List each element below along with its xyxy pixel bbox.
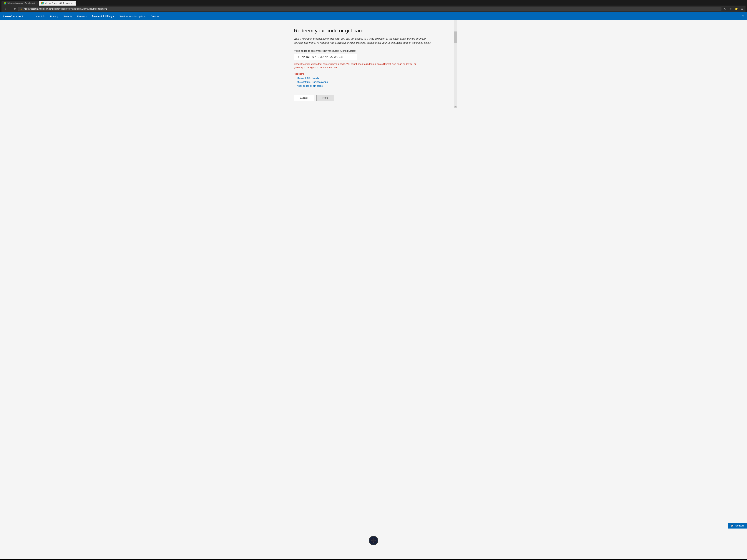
toolbar-actions: Aᵢ ☆ ⭐ ▭: [723, 6, 744, 11]
browser-tab-1[interactable]: Microsoft account | Services & ✕: [1, 1, 38, 5]
tab-favicon-1: [4, 2, 6, 4]
sidebar-button[interactable]: ▭: [739, 6, 744, 11]
tab-1-label: Microsoft account | Services &: [7, 2, 35, 4]
nav-security[interactable]: Security: [60, 12, 75, 20]
read-aloud-button[interactable]: Aᵢ: [723, 6, 727, 11]
collections-button[interactable]: ⭐: [733, 6, 739, 11]
forward-button[interactable]: ›: [8, 7, 12, 11]
redeem-link-m365-business[interactable]: Microsoft 365 Business Apps: [297, 81, 449, 83]
code-input[interactable]: [294, 54, 357, 60]
content-area: Redeem your code or gift card With a Mic…: [290, 20, 457, 108]
nav-privacy[interactable]: Privacy: [48, 12, 61, 20]
redeem-link-m365-family[interactable]: Microsoft 365 Family: [297, 77, 449, 79]
address-bar[interactable]: 🔒 https://account.microsoft.com/billing/…: [18, 7, 721, 11]
tab-favicon-2: [41, 2, 44, 4]
error-message: Check the instructions that came with yo…: [294, 62, 420, 70]
feedback-icon: 💬: [731, 525, 733, 527]
address-text: https://account.microsoft.com/billing/re…: [24, 7, 107, 10]
nav-rewards[interactable]: Rewards: [75, 12, 89, 20]
browser-chrome: Microsoft account | Services & ✕ Microso…: [0, 0, 747, 12]
feedback-label: Feedback: [735, 525, 744, 527]
camera-inner: [371, 538, 376, 542]
redeem-section: Redeem: Microsoft 365 Family Microsoft 3…: [294, 73, 449, 87]
nav-devices[interactable]: Devices: [148, 12, 162, 20]
tab-2-close[interactable]: ✕: [75, 2, 76, 4]
page-title: Redeem your code or gift card: [294, 28, 449, 34]
tab-2-label: Microsoft account | Redeem y...: [45, 2, 73, 4]
back-button[interactable]: ‹: [3, 7, 7, 11]
feedback-button[interactable]: 💬 Feedback: [728, 523, 747, 529]
browser-toolbar: ‹ › ↻ 🔒 https://account.microsoft.com/bi…: [1, 5, 746, 12]
cancel-button[interactable]: Cancel: [294, 95, 314, 101]
nav-your-info[interactable]: Your info: [33, 12, 48, 20]
tab-bar: Microsoft account | Services & ✕ Microso…: [1, 1, 746, 5]
page-wrapper: icrosoft account Your info Privacy Secur…: [0, 12, 747, 559]
redeem-links: Microsoft 365 Family Microsoft 365 Busin…: [294, 77, 449, 87]
bottom-bar: [0, 559, 747, 560]
ms-logo: icrosoft account: [3, 15, 23, 18]
redeem-link-xbox[interactable]: Xbox codes or gift cards: [297, 84, 449, 87]
redeem-label: Redeem:: [294, 73, 449, 75]
scrollbar-thumb: [454, 31, 457, 43]
browser-tab-2[interactable]: Microsoft account | Redeem y... ✕: [39, 1, 76, 5]
camera-lens: [369, 536, 378, 545]
ms-nav: icrosoft account Your info Privacy Secur…: [0, 12, 747, 20]
page-scrollbar[interactable]: ▼: [454, 20, 457, 108]
next-button[interactable]: Next: [316, 95, 334, 101]
tab-1-close[interactable]: ✕: [37, 2, 38, 4]
scrollbar-down-arrow[interactable]: ▼: [454, 106, 457, 108]
refresh-button[interactable]: ↻: [12, 7, 17, 11]
action-buttons: Cancel Next: [294, 95, 449, 101]
nav-payment-billing[interactable]: Payment & billing ∨: [89, 12, 117, 20]
favorites-button[interactable]: ☆: [728, 6, 733, 11]
page-description: With a Microsoft product key or gift car…: [294, 37, 433, 45]
nav-divider: [30, 14, 30, 19]
lock-icon: 🔒: [20, 8, 23, 10]
nav-buttons: ‹ › ↻: [3, 7, 17, 11]
nav-links: Your info Privacy Security Rewards Payme…: [33, 12, 741, 20]
help-icon[interactable]: ?: [742, 15, 744, 18]
dropdown-arrow-icon: ∨: [113, 15, 114, 17]
account-label: It'll be added to daronmoorejr@yahoo.com…: [294, 49, 449, 52]
main-content: Redeem your code or gift card With a Mic…: [294, 28, 453, 101]
nav-services-subscriptions[interactable]: Services & subscriptions: [117, 12, 148, 20]
